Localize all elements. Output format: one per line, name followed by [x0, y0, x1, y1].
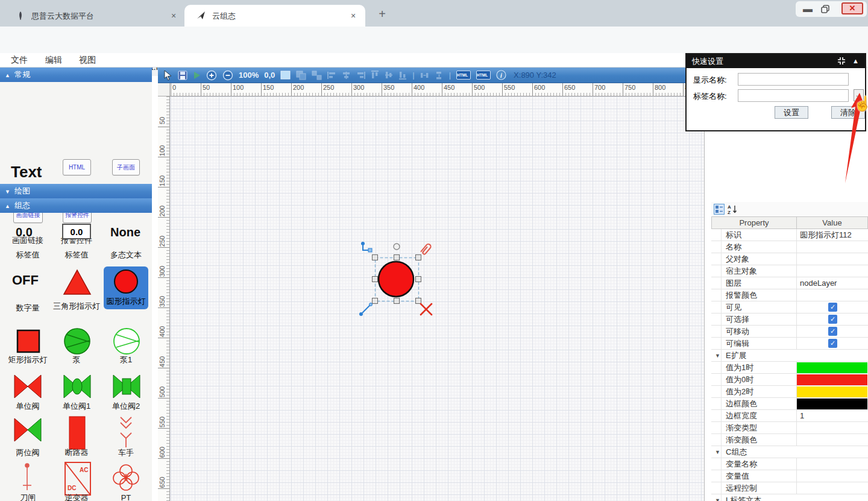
propgrid-row-2[interactable]: 父对象 — [711, 253, 868, 265]
propgrid-row-21[interactable]: 远程控制 — [711, 482, 868, 494]
tag-name-input[interactable] — [738, 89, 849, 102]
propgrid-row-8[interactable]: 可移动✓ — [711, 326, 868, 338]
palette-item-pump[interactable] — [63, 327, 92, 356]
property-value[interactable] — [797, 422, 868, 434]
color-swatch[interactable] — [797, 386, 867, 397]
quick-settings-title[interactable]: 快速设置 ▲ — [687, 54, 865, 68]
property-value[interactable]: 圆形指示灯112 — [797, 229, 868, 241]
property-value[interactable] — [797, 458, 868, 470]
save-icon[interactable] — [178, 71, 187, 80]
palette-item-twovalve[interactable] — [13, 417, 42, 443]
category-triangle-icon[interactable]: ▼ — [715, 350, 720, 362]
align-bottom-icon[interactable] — [398, 71, 407, 80]
html-export-icon[interactable]: HTML — [456, 71, 471, 80]
close-button[interactable]: ✕ — [841, 2, 863, 14]
property-value[interactable] — [797, 289, 868, 301]
propgrid-row-10[interactable]: E扩展▼ — [711, 350, 868, 362]
palette-item-valve1[interactable] — [63, 374, 92, 399]
html-import-icon[interactable]: HTML — [476, 71, 491, 80]
property-value[interactable] — [797, 386, 868, 398]
align-middle-icon[interactable] — [385, 71, 393, 80]
apply-button[interactable]: 设置 — [775, 106, 808, 119]
tab-dashboard[interactable]: 思普云大数据平台 × — [6, 5, 182, 27]
property-value[interactable] — [797, 362, 868, 374]
palette-section-zutai[interactable]: ▲组态 — [0, 198, 152, 213]
menu-edit[interactable]: 编辑 — [45, 55, 62, 66]
palette-item-valve[interactable] — [13, 374, 42, 399]
palette-item-circle-indicator-selected[interactable]: 圆形指示灯 — [104, 266, 148, 309]
color-swatch[interactable] — [797, 362, 867, 373]
property-value[interactable] — [797, 434, 868, 446]
distribute-h-icon[interactable] — [420, 71, 429, 80]
property-value[interactable] — [797, 374, 868, 386]
checkbox-checked-icon[interactable]: ✓ — [828, 315, 837, 324]
propgrid-row-11[interactable]: 值为1时 — [711, 362, 868, 374]
palette-item-triangle-indicator[interactable] — [61, 268, 93, 297]
property-value[interactable]: ✓ — [797, 301, 868, 314]
checkbox-checked-icon[interactable]: ✓ — [828, 339, 837, 348]
menu-view[interactable]: 视图 — [79, 55, 96, 66]
palette-item-tagvalue[interactable]: 0.0 — [16, 225, 33, 239]
propgrid-row-5[interactable]: 报警颜色 — [711, 289, 868, 301]
propgrid-row-3[interactable]: 宿主对象 — [711, 265, 868, 277]
palette-item-multitext[interactable]: None — [110, 225, 140, 239]
checkbox-checked-icon[interactable]: ✓ — [828, 327, 837, 336]
delete-x-icon[interactable] — [421, 304, 432, 315]
palette-item-digital[interactable]: OFF — [12, 273, 39, 288]
propgrid-row-1[interactable]: 名称 — [711, 241, 868, 253]
distribute-v-icon[interactable] — [435, 71, 444, 80]
info-icon[interactable]: i — [496, 70, 506, 80]
group-icon[interactable] — [296, 71, 306, 80]
palette-item-knife-switch[interactable] — [22, 462, 33, 493]
palette-item-subscreen[interactable]: 子画面 — [112, 159, 140, 175]
align-left-icon[interactable] — [327, 71, 336, 80]
collapse-dock-icon[interactable] — [837, 57, 846, 65]
palette-item-valve2[interactable] — [112, 374, 141, 399]
palette-item-rect-indicator[interactable] — [16, 329, 41, 354]
property-value[interactable] — [797, 470, 868, 482]
property-value[interactable] — [797, 482, 868, 494]
category-triangle-icon[interactable]: ▼ — [715, 494, 720, 501]
palette-item-inverter[interactable]: ACDC — [64, 461, 92, 496]
palette-section-draw[interactable]: ▼绘图 — [0, 184, 152, 198]
palette-item-breaker[interactable] — [69, 416, 86, 450]
checkbox-checked-icon[interactable]: ✓ — [828, 303, 837, 312]
categorized-view-icon[interactable] — [714, 204, 725, 215]
propgrid-row-12[interactable]: 值为0时 — [711, 374, 868, 386]
run-icon[interactable] — [193, 71, 201, 80]
new-tab-button[interactable]: + — [375, 7, 389, 21]
display-name-input[interactable] — [738, 73, 849, 86]
tab-close-icon[interactable]: × — [348, 11, 358, 20]
property-value[interactable]: nodeLayer — [797, 277, 868, 289]
rotate-handle[interactable] — [394, 244, 400, 250]
align-right-icon[interactable] — [356, 71, 365, 80]
propgrid-row-18[interactable]: C组态▼ — [711, 446, 868, 458]
property-value[interactable]: ✓ — [797, 326, 868, 338]
attach-paperclip-icon[interactable] — [421, 243, 432, 254]
propgrid-row-19[interactable]: 变量名称 — [711, 458, 868, 470]
propgrid-row-15[interactable]: 边框宽度1 — [711, 410, 868, 422]
propgrid-row-0[interactable]: 标识圆形指示灯112 — [711, 229, 868, 241]
palette-item-html[interactable]: HTML — [63, 159, 91, 175]
connector-icon[interactable] — [361, 242, 372, 252]
propgrid-row-4[interactable]: 图层nodeLayer — [711, 277, 868, 289]
selected-shape-group[interactable] — [348, 230, 444, 327]
maximize-button[interactable] — [821, 5, 830, 13]
zoom-out-icon[interactable] — [222, 70, 233, 81]
palette-section-general[interactable]: ▲常规 — [0, 68, 152, 82]
property-value[interactable] — [797, 253, 868, 265]
property-value[interactable]: 1 — [797, 410, 868, 422]
palette-item-tagvalue-boxed[interactable]: 0.0 — [62, 224, 91, 239]
property-value[interactable]: ✓ — [797, 338, 868, 350]
property-value[interactable] — [797, 241, 868, 253]
menu-file[interactable]: 文件 — [11, 55, 28, 66]
propgrid-row-13[interactable]: 值为2时 — [711, 386, 868, 398]
propgrid-row-9[interactable]: 可编辑✓ — [711, 338, 868, 350]
canvas-settings-icon[interactable] — [280, 71, 291, 80]
pointer-tool-icon[interactable] — [163, 70, 172, 80]
tab-scada-editor[interactable]: 云组态 × — [184, 5, 365, 27]
propgrid-row-20[interactable]: 变量值 — [711, 470, 868, 482]
propgrid-row-6[interactable]: 可见✓ — [711, 301, 868, 314]
panel-collapse-arrow-icon[interactable]: ▲ — [852, 54, 859, 68]
propgrid-row-16[interactable]: 渐变类型 — [711, 422, 868, 434]
